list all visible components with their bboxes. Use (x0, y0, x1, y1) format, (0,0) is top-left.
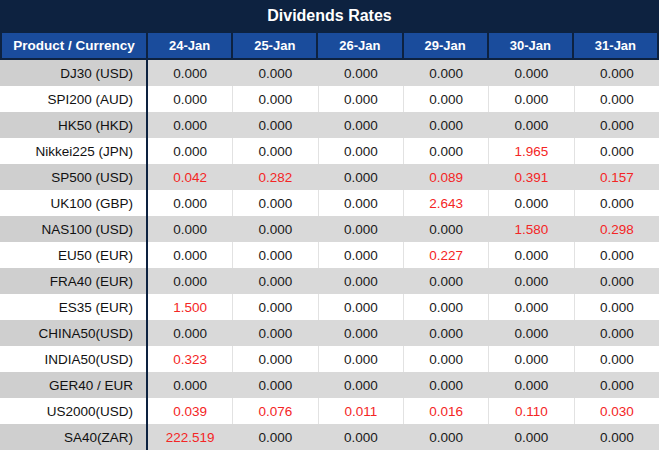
rate-cell: 0.000 (318, 242, 403, 268)
rate-cell: 0.000 (488, 346, 573, 372)
rate-cell: 0.000 (403, 372, 488, 398)
table-row: SP500 (USD)0.0420.2820.0000.0890.3910.15… (0, 164, 659, 190)
table-row: FRA40 (EUR)0.0000.0000.0000.0000.0000.00… (0, 268, 659, 294)
table-row: SPI200 (AUD)0.0000.0000.0000.0000.0000.0… (0, 86, 659, 112)
rate-cell: 0.000 (574, 112, 659, 138)
rate-cell: 0.000 (403, 216, 488, 242)
date-header-26-jan: 26-Jan (316, 33, 401, 58)
rate-cell: 0.000 (148, 320, 232, 346)
table-row: ES35 (EUR)1.5000.0000.0000.0000.0000.000 (0, 294, 659, 320)
rate-cell: 0.000 (574, 190, 659, 216)
product-cell: HK50 (HKD) (0, 112, 148, 138)
rate-cell: 0.000 (403, 138, 488, 164)
product-cell: DJ30 (USD) (0, 60, 148, 86)
rate-cell: 0.000 (318, 424, 403, 450)
rate-cell: 0.000 (574, 294, 659, 320)
product-cell: Nikkei225 (JPN) (0, 138, 148, 164)
rate-cell: 0.000 (232, 216, 317, 242)
rate-cell: 0.000 (232, 138, 317, 164)
rate-cell: 0.000 (148, 242, 232, 268)
rate-cell: 0.000 (488, 190, 573, 216)
date-header-29-jan: 29-Jan (402, 33, 487, 58)
rate-cell: 0.000 (232, 294, 317, 320)
rate-cell: 0.000 (574, 86, 659, 112)
rate-cell: 0.000 (488, 86, 573, 112)
rate-cell: 0.000 (318, 164, 403, 190)
rate-cell: 0.000 (232, 60, 317, 86)
rate-cell: 0.030 (574, 398, 659, 424)
rate-cell: 0.000 (232, 242, 317, 268)
product-cell: UK100 (GBP) (0, 190, 148, 216)
date-header-24-jan: 24-Jan (148, 33, 231, 58)
rate-cell: 0.000 (148, 60, 232, 86)
product-cell: SP500 (USD) (0, 164, 148, 190)
rate-cell: 0.000 (574, 320, 659, 346)
product-cell: SA40(ZAR) (0, 424, 148, 450)
table-row: HK50 (HKD)0.0000.0000.0000.0000.0000.000 (0, 112, 659, 138)
rate-cell: 0.000 (318, 372, 403, 398)
rate-cell: 0.000 (574, 242, 659, 268)
rate-cell: 0.000 (574, 60, 659, 86)
rate-cell: 0.089 (403, 164, 488, 190)
product-cell: NAS100 (USD) (0, 216, 148, 242)
product-cell: GER40 / EUR (0, 372, 148, 398)
rate-cell: 0.000 (574, 424, 659, 450)
table-row: SA40(ZAR)222.5190.0000.0000.0000.0000.00… (0, 424, 659, 450)
rate-cell: 1.965 (488, 138, 573, 164)
rate-cell: 1.580 (488, 216, 573, 242)
product-cell: US2000(USD) (0, 398, 148, 424)
rate-cell: 0.076 (232, 398, 317, 424)
table-row: INDIA50(USD)0.3230.0000.0000.0000.0000.0… (0, 346, 659, 372)
rate-cell: 0.391 (488, 164, 573, 190)
table-row: NAS100 (USD)0.0000.0000.0000.0001.5800.2… (0, 216, 659, 242)
rate-cell: 0.000 (488, 372, 573, 398)
rate-cell: 0.000 (318, 86, 403, 112)
rate-cell: 0.000 (148, 112, 232, 138)
rate-cell: 0.157 (574, 164, 659, 190)
rate-cell: 0.000 (148, 372, 232, 398)
rate-cell: 0.000 (148, 216, 232, 242)
rate-cell: 0.282 (232, 164, 317, 190)
rate-cell: 0.000 (574, 372, 659, 398)
rate-cell: 0.000 (232, 190, 317, 216)
rate-cell: 0.000 (318, 320, 403, 346)
rate-cell: 0.298 (574, 216, 659, 242)
rate-cell: 0.000 (574, 346, 659, 372)
rate-cell: 0.011 (318, 398, 403, 424)
rate-cell: 2.643 (403, 190, 488, 216)
rate-cell: 0.110 (488, 398, 573, 424)
table-row: DJ30 (USD)0.0000.0000.0000.0000.0000.000 (0, 60, 659, 86)
rate-cell: 0.016 (403, 398, 488, 424)
rate-cell: 0.000 (403, 294, 488, 320)
rate-cell: 0.000 (574, 138, 659, 164)
rate-cell: 0.000 (318, 60, 403, 86)
rate-cell: 0.000 (148, 268, 232, 294)
rate-cell: 0.000 (403, 112, 488, 138)
date-header-25-jan: 25-Jan (231, 33, 316, 58)
rate-cell: 0.000 (488, 112, 573, 138)
rate-cell: 0.000 (318, 268, 403, 294)
product-currency-header: Product / Currency (0, 33, 148, 58)
rate-cell: 0.042 (148, 164, 232, 190)
table-row: GER40 / EUR0.0000.0000.0000.0000.0000.00… (0, 372, 659, 398)
rate-cell: 0.000 (318, 346, 403, 372)
product-cell: SPI200 (AUD) (0, 86, 148, 112)
product-cell: FRA40 (EUR) (0, 268, 148, 294)
rate-cell: 1.500 (148, 294, 232, 320)
product-cell: ES35 (EUR) (0, 294, 148, 320)
rate-cell: 0.000 (403, 346, 488, 372)
rate-cell: 0.000 (232, 268, 317, 294)
rate-cell: 0.000 (148, 190, 232, 216)
rate-cell: 0.000 (232, 320, 317, 346)
rate-cell: 0.000 (318, 294, 403, 320)
rate-cell: 0.000 (403, 86, 488, 112)
table-row: CHINA50(USD)0.0000.0000.0000.0000.0000.0… (0, 320, 659, 346)
rate-cell: 0.000 (318, 138, 403, 164)
rate-cell: 0.000 (488, 242, 573, 268)
dividends-rates-table: Dividends Rates Product / Currency 24-Ja… (0, 0, 659, 452)
rate-cell: 0.000 (488, 60, 573, 86)
rate-cell: 0.000 (232, 424, 317, 450)
rate-cell: 0.000 (574, 268, 659, 294)
rate-cell: 0.000 (488, 424, 573, 450)
rate-cell: 0.000 (232, 372, 317, 398)
